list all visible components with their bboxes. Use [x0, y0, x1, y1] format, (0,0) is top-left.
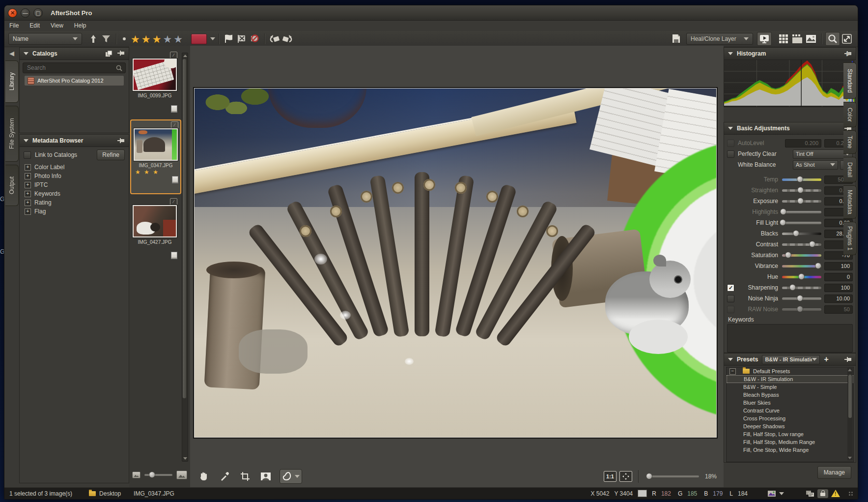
preset-item[interactable]: Cross Processing — [727, 414, 853, 422]
saturation-slider[interactable] — [782, 254, 821, 257]
slider-thumb[interactable] — [797, 176, 803, 182]
search-input[interactable] — [26, 64, 116, 72]
menu-view[interactable]: View — [51, 22, 63, 29]
thumbnail-cell[interactable]: ⁄ IMG_0099.JPG — [130, 51, 179, 115]
color-label-dropdown-arrow[interactable] — [210, 37, 215, 40]
fullscreen-button[interactable] — [840, 32, 854, 45]
pan-tool-button[interactable] — [197, 470, 211, 483]
flag-clear-button[interactable] — [248, 33, 261, 45]
browse-view-button[interactable] — [790, 32, 804, 45]
hue-slider[interactable] — [782, 276, 821, 278]
metadata-browser-header[interactable]: Metadata Browser — [20, 135, 129, 147]
large-thumbnails-icon[interactable] — [176, 471, 187, 479]
expand-plus-icon[interactable]: + — [25, 164, 31, 171]
layer-mode-dropdown[interactable]: Heal/Clone Layer — [686, 33, 753, 45]
viewer-zoom-slider[interactable] — [647, 475, 699, 477]
rating-star-3[interactable]: ★ — [152, 34, 163, 44]
external-editor-button[interactable] — [806, 490, 814, 497]
resize-grip[interactable] — [849, 492, 853, 496]
pin-icon[interactable] — [117, 50, 125, 56]
tree-item-iptc[interactable]: +IPTC — [20, 180, 129, 189]
tab-metadata[interactable]: Metadata — [843, 185, 857, 219]
tree-item-keywords[interactable]: +Keywords — [20, 189, 129, 198]
crop-tool-button[interactable] — [238, 470, 252, 483]
highlights-slider[interactable] — [782, 211, 821, 213]
slider-thumb[interactable] — [797, 187, 804, 193]
preset-item[interactable]: B&W - Simple — [727, 383, 853, 391]
slider-value[interactable]: 50 — [824, 305, 853, 314]
tree-item-rating[interactable]: +Rating — [20, 198, 129, 207]
slider-thumb[interactable] — [785, 252, 791, 258]
collapse-triangle-icon[interactable] — [728, 52, 733, 55]
scroll-down-arrow[interactable] — [848, 457, 852, 459]
new-layer-button[interactable] — [670, 33, 682, 45]
expand-plus-icon[interactable]: + — [25, 208, 31, 215]
rating-star-4[interactable]: ★ — [163, 34, 173, 44]
pin-icon[interactable] — [844, 356, 852, 362]
sharpening-slider[interactable] — [782, 287, 821, 289]
flag-reject-button[interactable] — [235, 33, 248, 45]
catalogs-header[interactable]: Catalogs — [20, 48, 129, 60]
keywords-input[interactable] — [727, 324, 853, 353]
exposure-slider[interactable] — [782, 200, 821, 203]
temp-slider[interactable] — [782, 178, 821, 181]
image-view-button[interactable] — [804, 32, 818, 45]
preset-folder-row[interactable]: − Default Presets — [727, 367, 853, 375]
preset-item[interactable]: Deeper Shadows — [727, 422, 853, 430]
title-bar[interactable]: ✕ — ▢ AfterShot Pro — [4, 5, 858, 21]
slideshow-button[interactable] — [757, 32, 772, 46]
presets-scrollbar[interactable] — [847, 368, 853, 460]
tab-tone[interactable]: Tone — [843, 130, 857, 154]
vibrance-slider[interactable] — [782, 265, 821, 267]
pin-icon[interactable] — [117, 138, 125, 144]
slider-thumb[interactable] — [797, 306, 803, 312]
menu-help[interactable]: Help — [74, 22, 86, 29]
small-thumbnails-icon[interactable] — [132, 472, 140, 478]
sort-ascending-button[interactable] — [87, 33, 100, 45]
no-rating-dot[interactable] — [123, 37, 126, 40]
slider-thumb[interactable] — [797, 295, 803, 301]
scroll-up-arrow[interactable] — [848, 369, 852, 371]
main-photo[interactable] — [194, 88, 717, 438]
filmstrip-scrollbar[interactable] — [182, 53, 188, 462]
sharpening-checkbox[interactable]: ✓ — [727, 284, 734, 292]
preset-dropdown[interactable]: B&W - IR Simulation — [762, 355, 820, 364]
slider-value[interactable]: 10.00 — [824, 295, 853, 303]
slider-value[interactable]: 100 — [824, 284, 853, 292]
chevron-down-icon[interactable] — [295, 475, 300, 478]
blacks-slider[interactable] — [782, 233, 821, 235]
tab-output[interactable]: Output — [5, 165, 19, 206]
slider-thumb[interactable] — [149, 472, 155, 478]
zoom-1to1-button[interactable]: 1:1 — [604, 471, 616, 482]
close-button[interactable]: ✕ — [8, 8, 17, 18]
redeye-tool-button[interactable] — [259, 470, 273, 483]
tab-plugins[interactable]: Plugins 1 — [843, 222, 857, 255]
folder-breadcrumb[interactable]: Desktop — [89, 490, 121, 497]
histogram-header[interactable]: Histogram — [724, 48, 856, 60]
link-to-catalogs-checkbox[interactable] — [24, 151, 31, 159]
tree-item-color-label[interactable]: +Color Label — [20, 163, 129, 172]
menu-file[interactable]: File — [9, 22, 19, 29]
perfectly-clear-checkbox[interactable] — [727, 150, 734, 158]
tree-item-flag[interactable]: +Flag — [20, 207, 129, 216]
collapse-right-panel-arrow[interactable]: ▶ — [846, 50, 851, 57]
preset-item[interactable]: Bleach Bypass — [727, 391, 853, 399]
slider-thumb[interactable] — [815, 263, 821, 269]
filter-button[interactable] — [100, 33, 112, 45]
warning-icon[interactable] — [831, 490, 840, 497]
maximize-button[interactable]: ▢ — [33, 8, 43, 18]
collapse-triangle-icon[interactable] — [728, 127, 733, 130]
basic-adjustments-header[interactable]: Basic Adjustments — [724, 122, 856, 135]
color-label-swatch[interactable] — [191, 34, 207, 44]
scroll-up-arrow[interactable] — [183, 55, 187, 57]
tab-color[interactable]: Color — [843, 102, 857, 127]
eyedropper-tool-button[interactable] — [218, 470, 231, 483]
catalog-search[interactable] — [23, 62, 126, 73]
collapse-triangle-icon[interactable] — [24, 52, 28, 55]
refine-button[interactable]: Refine — [97, 149, 125, 160]
raw-noise-slider[interactable] — [782, 308, 821, 311]
noise-ninja-slider[interactable] — [782, 297, 821, 300]
slider-value[interactable]: 0 — [824, 273, 853, 281]
collapse-left-panel-arrow[interactable]: ◀ — [9, 50, 14, 57]
thumbnail-image[interactable] — [134, 128, 178, 161]
